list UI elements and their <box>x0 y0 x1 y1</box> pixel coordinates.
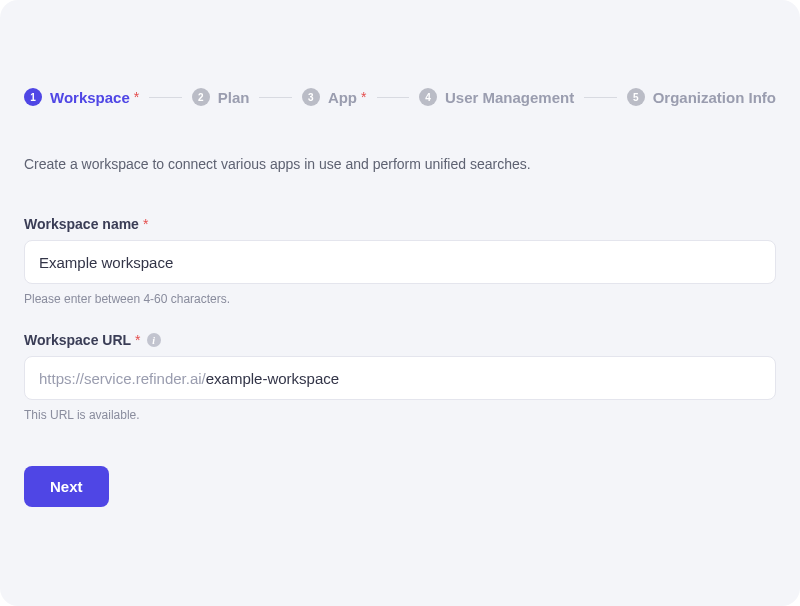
step-connector <box>149 97 181 98</box>
step-workspace[interactable]: 1 Workspace * <box>24 88 139 106</box>
step-app[interactable]: 3 App * <box>302 88 367 106</box>
field-label-row: Workspace name * <box>24 216 776 232</box>
step-number-badge: 3 <box>302 88 320 106</box>
step-connector <box>584 97 616 98</box>
field-label: Workspace name <box>24 216 139 232</box>
step-label: Organization Info <box>653 89 776 106</box>
workspace-name-field: Workspace name * Please enter between 4-… <box>24 216 776 306</box>
field-hint: This URL is available. <box>24 408 776 422</box>
step-label: Workspace <box>50 89 130 106</box>
url-prefix: https://service.refinder.ai/ <box>39 370 206 387</box>
workspace-url-field: Workspace URL * i https://service.refind… <box>24 332 776 422</box>
stepper: 1 Workspace * 2 Plan 3 App * 4 User Mana… <box>24 88 776 106</box>
step-plan[interactable]: 2 Plan <box>192 88 250 106</box>
step-user-management[interactable]: 4 User Management <box>419 88 574 106</box>
step-connector <box>377 97 409 98</box>
required-asterisk: * <box>143 216 148 232</box>
step-organization-info[interactable]: 5 Organization Info <box>627 88 776 106</box>
field-hint: Please enter between 4-60 characters. <box>24 292 776 306</box>
step-number-badge: 1 <box>24 88 42 106</box>
step-number-badge: 4 <box>419 88 437 106</box>
step-label: App <box>328 89 357 106</box>
step-connector <box>259 97 291 98</box>
workspace-url-input[interactable] <box>206 370 761 387</box>
required-asterisk: * <box>361 89 366 105</box>
field-label-row: Workspace URL * i <box>24 332 776 348</box>
required-asterisk: * <box>134 89 139 105</box>
required-asterisk: * <box>135 332 140 348</box>
step-label: User Management <box>445 89 574 106</box>
workspace-setup-card: 1 Workspace * 2 Plan 3 App * 4 User Mana… <box>0 0 800 606</box>
page-description: Create a workspace to connect various ap… <box>24 156 776 172</box>
field-label: Workspace URL <box>24 332 131 348</box>
step-number-badge: 5 <box>627 88 645 106</box>
next-button[interactable]: Next <box>24 466 109 507</box>
workspace-name-input[interactable] <box>24 240 776 284</box>
step-label: Plan <box>218 89 250 106</box>
info-icon[interactable]: i <box>147 333 161 347</box>
workspace-url-input-wrap[interactable]: https://service.refinder.ai/ <box>24 356 776 400</box>
step-number-badge: 2 <box>192 88 210 106</box>
